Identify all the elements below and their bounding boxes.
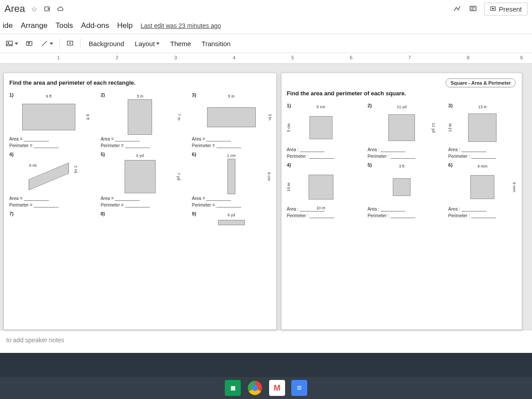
menu-addons[interactable]: Add-ons bbox=[81, 21, 109, 30]
area-label: Area : bbox=[287, 147, 299, 152]
ruler: 1 2 3 4 5 6 7 8 9 bbox=[0, 53, 532, 64]
taskbar-gmail-icon[interactable]: M bbox=[269, 380, 285, 396]
taskbar-docs-icon[interactable]: ≡ bbox=[291, 380, 307, 396]
problem: 4) 10 m 10 m Area : Perimeter : bbox=[287, 162, 355, 218]
problem: 3) 5 in 3 in Area = Perimeter = bbox=[192, 92, 271, 148]
perimeter-input[interactable] bbox=[34, 203, 59, 207]
eq: = bbox=[203, 196, 205, 201]
dim-label: 5 yd bbox=[136, 153, 144, 158]
ruler-mark: 1 bbox=[57, 55, 60, 60]
perimeter-input[interactable] bbox=[216, 203, 241, 207]
dim-label: 11 yd bbox=[397, 105, 407, 109]
eq: = bbox=[212, 203, 215, 207]
perimeter-input[interactable] bbox=[34, 143, 59, 148]
area-label: Area bbox=[101, 137, 110, 141]
menu-slide[interactable]: ide bbox=[3, 21, 13, 30]
perimeter-label: Perimeter bbox=[101, 203, 120, 207]
background-button[interactable]: Background bbox=[84, 37, 129, 50]
ruler-mark: 8 bbox=[467, 55, 469, 60]
menu-arrange[interactable]: Arrange bbox=[21, 21, 47, 30]
perimeter-input[interactable] bbox=[471, 154, 496, 159]
comments-icon[interactable] bbox=[468, 4, 478, 14]
ruler-mark: 5 bbox=[291, 55, 294, 60]
area-label: Area bbox=[192, 137, 201, 141]
slide-square-worksheet[interactable]: Square - Area & Perimeter Find the area … bbox=[281, 73, 523, 330]
add-comment-button[interactable] bbox=[63, 37, 77, 50]
taskbar-chrome-icon[interactable] bbox=[247, 380, 263, 396]
eq: = bbox=[203, 137, 205, 141]
transition-button[interactable]: Transition bbox=[197, 37, 235, 50]
move-icon[interactable] bbox=[43, 5, 51, 13]
perimeter-input[interactable] bbox=[125, 203, 150, 207]
perimeter-input[interactable] bbox=[391, 154, 415, 159]
layout-button[interactable]: Layout bbox=[130, 37, 164, 50]
area-input[interactable] bbox=[380, 207, 405, 211]
area-input[interactable] bbox=[206, 196, 231, 201]
theme-button[interactable]: Theme bbox=[166, 37, 196, 50]
dim-label: 11 yd bbox=[431, 123, 436, 133]
area-input[interactable] bbox=[462, 207, 486, 211]
area-input[interactable] bbox=[206, 137, 231, 141]
problem: 1) 5 cm 5 cm Area : Perimeter : bbox=[287, 103, 355, 159]
perimeter-input[interactable] bbox=[309, 154, 334, 159]
last-edit-link[interactable]: Last edit was 23 minutes ago bbox=[141, 22, 221, 29]
perimeter-input[interactable] bbox=[391, 213, 415, 218]
perimeter-input[interactable] bbox=[216, 143, 241, 148]
area-input[interactable] bbox=[115, 196, 140, 201]
area-input[interactable] bbox=[462, 147, 486, 152]
image-insert-button[interactable] bbox=[3, 37, 21, 50]
line-button[interactable] bbox=[38, 37, 56, 50]
perimeter-input[interactable] bbox=[125, 143, 150, 148]
problem: 7) bbox=[9, 211, 88, 227]
area-label: Area bbox=[9, 196, 19, 201]
menu-tools[interactable]: Tools bbox=[55, 21, 73, 30]
area-label: Area bbox=[101, 196, 110, 201]
cloud-icon[interactable] bbox=[57, 5, 65, 13]
speaker-notes[interactable]: to add speaker notes bbox=[0, 330, 532, 353]
present-button[interactable]: Present bbox=[484, 3, 528, 16]
problem-number: 4) bbox=[9, 152, 88, 157]
problem: 5) 5 yd 7 yd Area = Perimeter = bbox=[101, 152, 180, 207]
perimeter-input[interactable] bbox=[309, 213, 334, 218]
taskbar-sheets-icon[interactable]: ▦ bbox=[225, 380, 241, 396]
problem: 8) bbox=[101, 211, 180, 227]
menu-help[interactable]: Help bbox=[117, 21, 133, 30]
present-label: Present bbox=[499, 5, 522, 13]
area-input[interactable] bbox=[24, 137, 49, 141]
ruler-mark: 6 bbox=[350, 55, 352, 60]
activity-icon[interactable] bbox=[452, 4, 462, 14]
canvas[interactable]: Find the area and perimeter of each rect… bbox=[0, 64, 532, 330]
eq: = bbox=[111, 137, 114, 141]
problem: 2) 11 yd 11 yd Area : Perimeter : bbox=[368, 103, 436, 159]
dim-label: 10 m bbox=[317, 206, 325, 210]
area-input[interactable] bbox=[380, 147, 405, 152]
perimeter-label: Perimeter : bbox=[368, 154, 389, 159]
perimeter-label: Perimeter bbox=[101, 143, 120, 148]
ruler-mark: 7 bbox=[408, 55, 411, 60]
eq: = bbox=[121, 143, 124, 148]
ruler-mark: 4 bbox=[233, 55, 235, 60]
doc-title[interactable]: Area bbox=[4, 3, 25, 15]
area-label: Area : bbox=[368, 147, 379, 152]
eq: = bbox=[20, 137, 23, 141]
textbox-button[interactable]: T bbox=[23, 37, 36, 50]
area-input[interactable] bbox=[24, 196, 49, 201]
dim-label: 5 cm bbox=[317, 105, 325, 109]
dim-label: 13 in bbox=[448, 123, 452, 132]
area-label: Area : bbox=[368, 207, 379, 211]
dim-label: 5 in bbox=[228, 94, 235, 98]
ruler-mark: 3 bbox=[174, 55, 177, 60]
problem-number: 8) bbox=[101, 211, 180, 216]
svg-text:T: T bbox=[28, 42, 30, 46]
star-icon[interactable]: ☆ bbox=[30, 5, 38, 13]
title-bar: Area ☆ Present bbox=[0, 0, 532, 18]
slide-rectangle-worksheet[interactable]: Find the area and perimeter of each rect… bbox=[4, 73, 277, 330]
area-label: Area bbox=[9, 137, 19, 141]
perimeter-input[interactable] bbox=[471, 213, 496, 218]
topic-tag: Square - Area & Perimeter bbox=[446, 78, 516, 87]
area-input[interactable] bbox=[115, 137, 140, 141]
area-input[interactable] bbox=[300, 147, 325, 152]
perimeter-label: Perimeter bbox=[9, 203, 28, 207]
slide-heading: Find the area and perimeter of each squa… bbox=[287, 90, 517, 97]
eq: = bbox=[121, 203, 124, 207]
